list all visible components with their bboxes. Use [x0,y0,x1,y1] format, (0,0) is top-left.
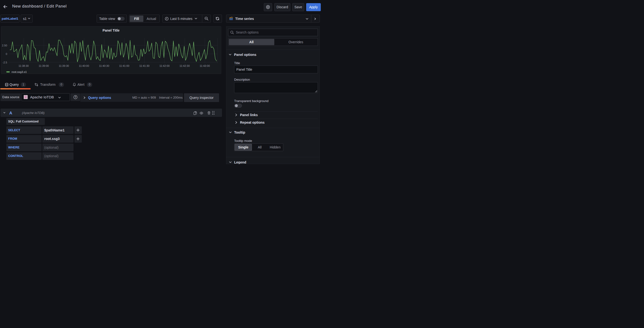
svg-text:?: ? [74,96,76,98]
